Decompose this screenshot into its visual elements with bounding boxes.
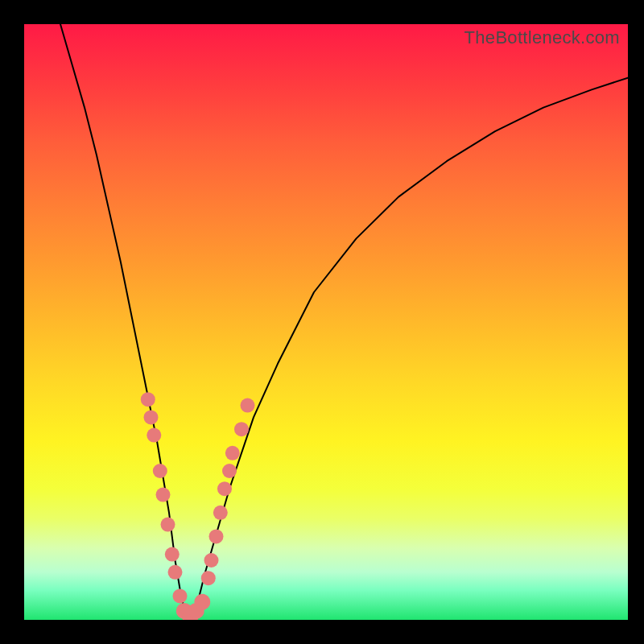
data-point — [156, 488, 171, 502]
data-point — [182, 609, 198, 620]
watermark-text: TheBottleneck.com — [464, 27, 620, 48]
bottleneck-curve — [60, 24, 628, 620]
plot-area: TheBottleneck.com — [24, 24, 628, 620]
data-point — [241, 398, 255, 413]
data-point — [222, 464, 237, 478]
data-point — [194, 594, 210, 610]
data-point — [209, 529, 224, 543]
data-point — [173, 588, 188, 603]
data-point — [234, 422, 249, 436]
data-point — [147, 428, 161, 443]
data-point — [176, 603, 192, 619]
data-point — [217, 481, 232, 496]
data-point — [165, 547, 180, 562]
data-point — [141, 392, 155, 407]
scatter-points — [141, 392, 255, 620]
data-point — [168, 565, 183, 580]
data-point — [201, 571, 216, 585]
data-point — [225, 446, 240, 460]
chart-frame: TheBottleneck.com — [0, 0, 644, 644]
data-point — [161, 518, 175, 532]
data-point — [144, 410, 159, 424]
data-point — [204, 553, 219, 568]
data-point — [213, 506, 228, 520]
data-point — [153, 464, 167, 478]
data-point — [188, 603, 204, 619]
curve-layer — [24, 24, 628, 620]
